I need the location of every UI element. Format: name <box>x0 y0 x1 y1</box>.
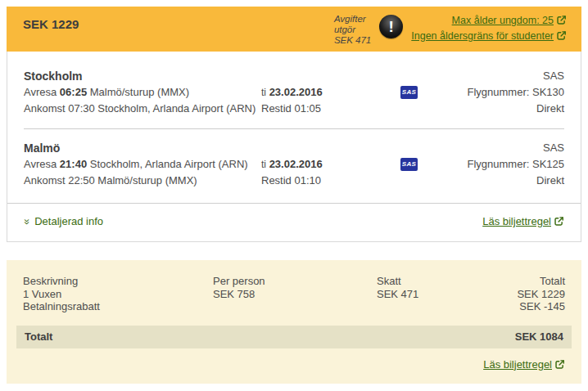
date-line: ti 23.02.2016 <box>261 84 400 101</box>
arrival-line: Ankomst 22:50 Malmö/sturup (MMX) <box>24 173 261 189</box>
grand-total-label: Totalt <box>25 330 52 344</box>
external-link-icon <box>556 30 567 41</box>
student-age-link[interactable]: Ingen åldersgräns för studenter <box>411 30 567 42</box>
external-link-icon <box>554 359 565 370</box>
grand-total-row: Totalt SEK 1084 <box>16 326 572 348</box>
flight-card: SEK 1229 Avgifter utgör SEK 471 ! Max ål… <box>7 7 581 242</box>
external-link-icon <box>554 216 564 227</box>
stops-info: Direkt <box>435 101 564 117</box>
flight-segment-outbound: Stockholm Avresa 06:25 Malmö/sturup (MMX… <box>24 68 564 117</box>
max-age-youth-link[interactable]: Max ålder ungdom: 25 <box>452 15 567 26</box>
summary-discount-label: Betalningsrabatt <box>23 300 213 313</box>
summary-description-header: Beskrivning <box>23 275 213 288</box>
summary-total-value: SEK 1229 <box>508 288 565 301</box>
price-header: SEK 1229 Avgifter utgör SEK 471 ! Max ål… <box>7 7 581 52</box>
card-footer-row: »Detaljerad info Läs biljettregel <box>7 203 581 241</box>
summary-passenger-type: 1 Vuxen <box>23 288 213 301</box>
exclamation-glyph: ! <box>389 18 394 36</box>
stops-info: Direkt <box>435 173 564 189</box>
sas-logo-icon: SAS <box>400 86 418 99</box>
segment-city: Stockholm <box>24 68 261 84</box>
fees-note-line: Avgifter <box>334 14 371 25</box>
summary-tax-header: Skatt <box>377 275 508 288</box>
external-link-icon <box>556 15 567 25</box>
price-summary: Beskrivning 1 Vuxen Betalningsrabatt Per… <box>7 260 581 384</box>
sas-logo-icon: SAS <box>400 158 418 171</box>
segment-city: Malmö <box>24 140 261 156</box>
total-price: SEK 1229 <box>23 13 79 31</box>
summary-discount-value: SEK -145 <box>508 300 565 313</box>
header-links: Max ålder ungdom: 25 Ingen åldersgräns f… <box>411 13 567 44</box>
date-line: ti 23.02.2016 <box>261 156 400 173</box>
chevron-down-icon: » <box>20 218 34 224</box>
fees-note-line: utgör <box>334 25 371 35</box>
summary-tax-value: SEK 471 <box>377 288 508 301</box>
carrier-name: SAS <box>435 140 564 156</box>
departure-line: Avresa 06:25 Malmö/sturup (MMX) <box>24 84 261 101</box>
fees-note-line: SEK 471 <box>334 35 371 46</box>
fees-note: Avgifter utgör SEK 471 <box>334 13 371 46</box>
segment-divider <box>24 128 564 129</box>
summary-total-header: Totalt <box>508 275 565 288</box>
duration-line: Restid 01:05 <box>261 101 400 117</box>
details-toggle[interactable]: »Detaljerad info <box>24 214 103 229</box>
summary-per-person-header: Per person <box>213 275 377 288</box>
alert-icon: ! <box>379 15 403 38</box>
flight-number: Flygnummer: SK130 <box>435 84 564 101</box>
duration-line: Restid 01:10 <box>261 173 400 189</box>
fare-rules-link[interactable]: Läs biljettregel <box>482 214 564 229</box>
flight-segment-return: Malmö Avresa 21:40 Stockholm, Arlanda Ai… <box>24 140 564 189</box>
departure-line: Avresa 21:40 Stockholm, Arlanda Airport … <box>24 156 261 173</box>
arrival-line: Ankomst 07:30 Stockholm, Arlanda Airport… <box>24 101 261 117</box>
grand-total-value: SEK 1084 <box>515 330 563 344</box>
summary-per-person-value: SEK 758 <box>213 288 377 301</box>
carrier-name: SAS <box>435 68 564 84</box>
flight-offer-page: SEK 1229 Avgifter utgör SEK 471 ! Max ål… <box>0 0 588 390</box>
summary-fare-rules-link[interactable]: Läs biljettregel <box>483 358 565 371</box>
flight-details: Stockholm Avresa 06:25 Malmö/sturup (MMX… <box>7 52 581 242</box>
price-breakdown: Beskrivning 1 Vuxen Betalningsrabatt Per… <box>23 275 565 313</box>
flight-number: Flygnummer: SK125 <box>435 156 564 173</box>
